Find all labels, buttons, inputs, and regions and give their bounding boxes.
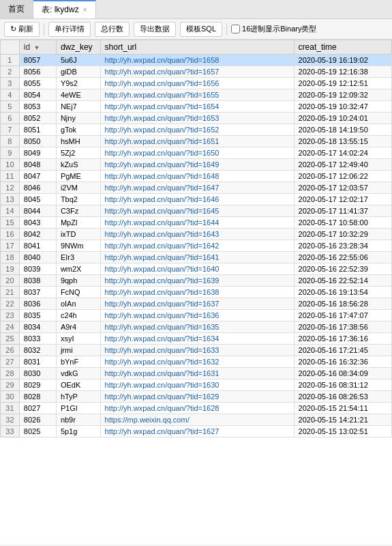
table-row[interactable]: 198039wm2Xhttp://yh.wxpad.cn/quan/?tid=1… [1,263,392,275]
table-row[interactable]: 68052Njnyhttp://yh.wxpad.cn/quan/?tid=16… [1,113,392,124]
template-sql-button[interactable]: 模板SQL [180,22,222,37]
cell-short-url[interactable]: http://yh.wxpad.cn/quan/?tid=1630 [100,379,294,391]
cell-short-url[interactable]: http://yh.wxpad.cn/quan/?tid=1646 [100,194,294,205]
cell-dwz-key: 5u6J [56,55,100,66]
table-row[interactable]: 980495Zj2http://yh.wxpad.cn/quan/?tid=16… [1,147,392,159]
binary-checkbox[interactable] [231,25,240,33]
binary-checkbox-label[interactable]: 16进制显示Binary类型 [231,24,316,34]
cell-short-url[interactable]: http://yh.wxpad.cn/quan/?tid=1654 [100,101,294,113]
cell-short-url[interactable]: http://yh.wxpad.cn/quan/?tid=1652 [100,124,294,136]
cell-short-url[interactable]: http://yh.wxpad.cn/quan/?tid=1657 [100,66,294,78]
table-row[interactable]: 298029OEdKhttp://yh.wxpad.cn/quan/?tid=1… [1,379,392,391]
table-row[interactable]: 258033xsyIhttp://yh.wxpad.cn/quan/?tid=1… [1,333,392,345]
table-row[interactable]: 108048kZuShttp://yh.wxpad.cn/quan/?tid=1… [1,159,392,171]
table-row[interactable]: 328026nb9rhttps://mp.weixin.qq.com/2020-… [1,414,392,426]
table-row[interactable]: 288030vdkGhttp://yh.wxpad.cn/quan/?tid=1… [1,368,392,379]
cell-id: 8035 [19,310,56,321]
table-row[interactable]: 78051gTokhttp://yh.wxpad.cn/quan/?tid=16… [1,124,392,136]
cell-short-url[interactable]: http://yh.wxpad.cn/quan/?tid=1642 [100,240,294,252]
cell-short-url[interactable]: http://yh.wxpad.cn/quan/?tid=1649 [100,159,294,171]
row-number: 22 [1,298,20,310]
cell-short-url[interactable]: http://yh.wxpad.cn/quan/?tid=1641 [100,252,294,263]
cell-short-url[interactable]: http://yh.wxpad.cn/quan/?tid=1643 [100,229,294,240]
cell-short-url[interactable]: http://yh.wxpad.cn/quan/?tid=1631 [100,368,294,379]
cell-short-url[interactable]: http://yh.wxpad.cn/quan/?tid=1633 [100,345,294,356]
cell-short-url[interactable]: http://yh.wxpad.cn/quan/?tid=1640 [100,263,294,275]
table-row[interactable]: 28056giDBhttp://yh.wxpad.cn/quan/?tid=16… [1,66,392,78]
cell-short-url[interactable]: http://yh.wxpad.cn/quan/?tid=1650 [100,147,294,159]
table-row[interactable]: 318027P1Glhttp://yh.wxpad.cn/quan/?tid=1… [1,403,392,414]
cell-dwz-key: c24h [56,310,100,321]
row-number: 31 [1,403,20,414]
table-row[interactable]: 58053NEj7http://yh.wxpad.cn/quan/?tid=16… [1,101,392,113]
table-row[interactable]: 128046i2VMhttp://yh.wxpad.cn/quan/?tid=1… [1,182,392,194]
cell-id: 8044 [19,205,56,217]
total-rows-button[interactable]: 总行数 [95,22,130,37]
cell-creat-time: 2020-05-16 18:56:28 [294,298,391,310]
cell-dwz-key: wm2X [56,263,100,275]
cell-short-url[interactable]: http://yh.wxpad.cn/quan/?tid=1658 [100,55,294,66]
row-number: 19 [1,263,20,275]
nav-home[interactable]: 首页 [0,0,33,18]
table-row[interactable]: 88050hsMHhttp://yh.wxpad.cn/quan/?tid=16… [1,136,392,147]
cell-short-url[interactable]: https://mp.weixin.qq.com/ [100,414,294,426]
row-detail-button[interactable]: 单行详情 [48,22,91,37]
table-row[interactable]: 168042ixTDhttp://yh.wxpad.cn/quan/?tid=1… [1,229,392,240]
col-header-url[interactable]: short_url [100,40,294,55]
table-row[interactable]: 148044C3Fzhttp://yh.wxpad.cn/quan/?tid=1… [1,205,392,217]
table-row[interactable]: 38055Y9s2http://yh.wxpad.cn/quan/?tid=16… [1,78,392,89]
cell-short-url[interactable]: http://yh.wxpad.cn/quan/?tid=1629 [100,391,294,403]
table-row[interactable]: 480544eWEhttp://yh.wxpad.cn/quan/?tid=16… [1,89,392,101]
cell-id: 8030 [19,368,56,379]
cell-short-url[interactable]: http://yh.wxpad.cn/quan/?tid=1635 [100,321,294,333]
table-row[interactable]: 180575u6Jhttp://yh.wxpad.cn/quan/?tid=16… [1,55,392,66]
table-row[interactable]: 248034A9r4http://yh.wxpad.cn/quan/?tid=1… [1,321,392,333]
tab-close-icon[interactable]: × [83,6,87,14]
cell-dwz-key: ixTD [56,229,100,240]
table-row[interactable]: 158043MpZlhttp://yh.wxpad.cn/quan/?tid=1… [1,217,392,229]
cell-short-url[interactable]: http://yh.wxpad.cn/quan/?tid=1647 [100,182,294,194]
cell-short-url[interactable]: http://yh.wxpad.cn/quan/?tid=1651 [100,136,294,147]
cell-short-url[interactable]: http://yh.wxpad.cn/quan/?tid=1638 [100,287,294,298]
cell-id: 8027 [19,403,56,414]
table-row[interactable]: 188040EIr3http://yh.wxpad.cn/quan/?tid=1… [1,252,392,263]
cell-short-url[interactable]: http://yh.wxpad.cn/quan/?tid=1632 [100,356,294,368]
cell-short-url[interactable]: http://yh.wxpad.cn/quan/?tid=1639 [100,275,294,287]
cell-short-url[interactable]: http://yh.wxpad.cn/quan/?tid=1656 [100,78,294,89]
col-header-id[interactable]: id ▼ [19,40,56,55]
cell-short-url[interactable]: http://yh.wxpad.cn/quan/?tid=1655 [100,89,294,101]
cell-creat-time: 2020-05-17 11:41:37 [294,205,391,217]
cell-short-url[interactable]: http://yh.wxpad.cn/quan/?tid=1634 [100,333,294,345]
table-row[interactable]: 118047PgMEhttp://yh.wxpad.cn/quan/?tid=1… [1,171,392,182]
cell-short-url[interactable]: http://yh.wxpad.cn/quan/?tid=1628 [100,403,294,414]
table-row[interactable]: 238035c24hhttp://yh.wxpad.cn/quan/?tid=1… [1,310,392,321]
table-row[interactable]: 138045Tbq2http://yh.wxpad.cn/quan/?tid=1… [1,194,392,205]
cell-short-url[interactable]: http://yh.wxpad.cn/quan/?tid=1644 [100,217,294,229]
cell-short-url[interactable]: http://yh.wxpad.cn/quan/?tid=1637 [100,298,294,310]
row-number: 17 [1,240,20,252]
cell-creat-time: 2020-05-19 16:19:02 [294,55,391,66]
refresh-button[interactable]: ↻ 刷新 [4,22,40,37]
table-row[interactable]: 2080389qphhttp://yh.wxpad.cn/quan/?tid=1… [1,275,392,287]
cell-short-url[interactable]: http://yh.wxpad.cn/quan/?tid=1627 [100,426,294,437]
nav-table-tab[interactable]: 表: lkydwz × [33,0,96,18]
table-row[interactable]: 278031bYnFhttp://yh.wxpad.cn/quan/?tid=1… [1,356,392,368]
cell-short-url[interactable]: http://yh.wxpad.cn/quan/?tid=1645 [100,205,294,217]
cell-short-url[interactable]: http://yh.wxpad.cn/quan/?tid=1648 [100,171,294,182]
table-row[interactable]: 308028hTyPhttp://yh.wxpad.cn/quan/?tid=1… [1,391,392,403]
col-header-dwz[interactable]: dwz_key [56,40,100,55]
cell-dwz-key: 4eWE [56,89,100,101]
cell-short-url[interactable]: http://yh.wxpad.cn/quan/?tid=1636 [100,310,294,321]
data-table: id ▼ dwz_key short_url creat_time 180575… [0,40,392,437]
table-row[interactable]: 3380255p1ghttp://yh.wxpad.cn/quan/?tid=1… [1,426,392,437]
col-header-time[interactable]: creat_time [294,40,391,55]
row-number: 12 [1,182,20,194]
table-row[interactable]: 228036oIAnhttp://yh.wxpad.cn/quan/?tid=1… [1,298,392,310]
table-row[interactable]: 1780419NWmhttp://yh.wxpad.cn/quan/?tid=1… [1,240,392,252]
export-button[interactable]: 导出数据 [134,22,176,37]
cell-id: 8040 [19,252,56,263]
table-row[interactable]: 218037FcNQhttp://yh.wxpad.cn/quan/?tid=1… [1,287,392,298]
cell-short-url[interactable]: http://yh.wxpad.cn/quan/?tid=1653 [100,113,294,124]
table-row[interactable]: 268032jrmihttp://yh.wxpad.cn/quan/?tid=1… [1,345,392,356]
cell-id: 8046 [19,182,56,194]
